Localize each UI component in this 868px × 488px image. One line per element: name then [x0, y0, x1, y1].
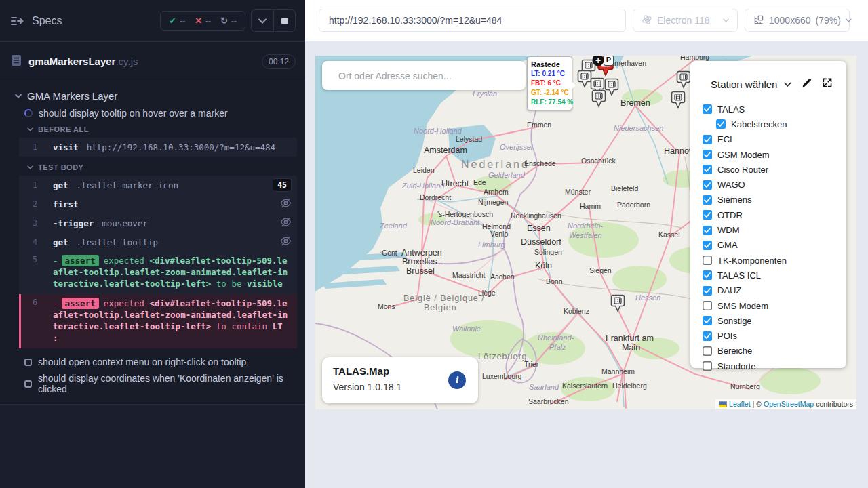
leaflet-tooltip[interactable]: Rastede LT: 0.21 °CFBT: 6 °CGT: -2.14 °C…	[527, 56, 572, 110]
suite-row[interactable]: GMA Markers Layer	[8, 87, 297, 105]
tooltip-values: LT: 0.21 °CFBT: 6 °CGT: -2.14 °CRLF: 77.…	[531, 69, 568, 107]
viewport-ruler-icon	[753, 14, 764, 27]
layer-checkbox-standorte[interactable]: Standorte	[703, 359, 846, 373]
electron-icon	[642, 14, 652, 27]
failed-icon: ✕	[195, 16, 202, 26]
layer-checkbox-cisco-router[interactable]: Cisco Router	[703, 162, 846, 177]
layer-checkbox-gsm-modem[interactable]: GSM Modem	[703, 147, 846, 162]
pending-test-row[interactable]: should open context menu on right-click …	[8, 354, 297, 370]
layer-checkbox-wago[interactable]: WAGO	[703, 177, 846, 192]
layer-label: Sonstige	[717, 316, 752, 326]
map-label: Bruxelles -	[402, 257, 442, 266]
checkbox-checked-icon[interactable]	[703, 150, 712, 159]
leaflet-link[interactable]: Leaflet	[729, 400, 751, 408]
checkbox-checked-icon[interactable]	[703, 104, 712, 114]
leaflet-map[interactable]: NederlandBelgië / Belgique /BelgienLëtze…	[315, 56, 856, 409]
layer-checkbox-talas[interactable]: TALAS	[703, 102, 846, 117]
pending-test-row[interactable]: should display coordinates when 'Koordin…	[8, 370, 297, 397]
layer-checkbox-siemens[interactable]: Siemens	[703, 192, 846, 207]
station-marker-icon[interactable]	[676, 70, 691, 92]
layer-checkbox-talas-icl[interactable]: TALAS ICL	[703, 268, 846, 283]
map-label: Zuid-Holland	[401, 182, 445, 190]
active-test-row[interactable]: should display tooltip on hover over a m…	[8, 105, 297, 121]
layer-checkbox-pois[interactable]: POIs	[703, 328, 846, 343]
map-label: Saarland	[529, 383, 559, 391]
layer-checkbox-dauz[interactable]: DAUZ	[703, 283, 846, 298]
tooltip-measurement: LT: 0.21 °C	[531, 69, 568, 79]
test-body-header[interactable]: TEST BODY	[8, 159, 297, 174]
checkbox-checked-icon[interactable]	[703, 165, 712, 174]
checkbox-checked-icon[interactable]	[703, 241, 712, 250]
browser-selector[interactable]: Electron 118	[633, 9, 738, 32]
layer-checkbox-wdm[interactable]: WDM	[703, 222, 846, 237]
station-marker-icon[interactable]	[671, 91, 686, 112]
checkbox-checked-icon[interactable]	[703, 180, 712, 190]
chevron-down-icon[interactable]	[784, 82, 791, 87]
layer-label: TK-Komponenten	[717, 256, 787, 266]
layer-checkbox-gma[interactable]: GMA	[703, 238, 846, 253]
layer-checkbox-bereiche[interactable]: Bereiche	[703, 344, 846, 359]
layer-checkbox-tk-komponenten[interactable]: TK-Komponenten	[703, 253, 846, 268]
info-icon[interactable]: i	[448, 371, 466, 389]
aut-toolbar: Electron 118 1000x660 (79%)	[305, 0, 868, 41]
map-label: Maastricht	[452, 271, 486, 279]
map-label: Fryslân	[473, 89, 497, 98]
collapse-all-button[interactable]	[251, 9, 273, 32]
checkbox-checked-icon[interactable]	[703, 210, 712, 220]
station-marker-icon[interactable]	[604, 78, 619, 99]
checkbox-checked-icon[interactable]	[703, 195, 712, 205]
map-label: Liège	[478, 289, 496, 297]
checkbox-checked-icon[interactable]	[703, 270, 712, 280]
checkbox-unchecked-icon[interactable]	[703, 301, 712, 310]
map-label: Arnhem	[484, 188, 509, 196]
layer-checkbox-kabelstrecken[interactable]: Kabelstrecken	[716, 117, 846, 131]
map-label: Luxembourg	[482, 372, 522, 380]
edit-pencil-icon[interactable]	[802, 77, 812, 91]
osm-link[interactable]: OpenStreetMap	[764, 400, 814, 408]
command-row[interactable]: 2first	[19, 195, 297, 214]
tooltip-title: Rastede	[531, 60, 568, 69]
station-marker-icon[interactable]	[591, 89, 606, 110]
checkbox-unchecked-icon[interactable]	[703, 256, 712, 265]
map-label: Kaiserslautern	[562, 382, 608, 390]
before-all-header[interactable]: BEFORE ALL	[8, 121, 297, 136]
map-label: Kassel	[658, 230, 680, 239]
checkbox-checked-icon[interactable]	[716, 119, 726, 129]
stop-button[interactable]	[273, 9, 296, 32]
command-row[interactable]: 5-assertexpected <div#leaflet-tooltip-50…	[19, 251, 297, 294]
station-marker-icon[interactable]	[610, 294, 625, 315]
map-label: Gent	[382, 249, 397, 257]
checkbox-unchecked-icon[interactable]	[703, 361, 712, 371]
command-row[interactable]: 1visithttp://192.168.10.33:3000/?m=12&u=…	[19, 138, 297, 157]
layer-checkbox-eci[interactable]: ECI	[703, 132, 846, 147]
command-row[interactable]: 6-assertexpected <div#leaflet-tooltip-50…	[19, 294, 297, 348]
checkbox-checked-icon[interactable]	[703, 135, 712, 144]
spec-file-row[interactable]: gmaMarkersLayer.cy.js 00:12	[0, 42, 305, 81]
map-label: Osnabrück	[581, 157, 616, 165]
checkbox-checked-icon[interactable]	[703, 286, 712, 296]
url-input[interactable]	[319, 9, 626, 32]
viewport-selector[interactable]: 1000x660 (79%)	[745, 9, 850, 32]
checkbox-unchecked-icon[interactable]	[703, 346, 712, 356]
command-row[interactable]: 1get.leaflet-marker-icon45	[19, 176, 297, 195]
checkbox-checked-icon[interactable]	[703, 331, 712, 341]
station-select-label[interactable]: Station wählen	[711, 79, 777, 90]
map-label: Frankfurt am	[606, 333, 654, 343]
layer-checkbox-sms-modem[interactable]: SMS Modem	[703, 298, 846, 313]
map-label: Wallonie	[452, 325, 481, 333]
search-input[interactable]	[322, 70, 526, 81]
layer-label: GSM Modem	[717, 150, 770, 160]
layer-label: Kabelstrecken	[731, 119, 787, 129]
layer-checkbox-otdr[interactable]: OTDR	[703, 207, 846, 222]
specs-menu-icon[interactable]	[11, 16, 24, 26]
command-row[interactable]: 3-triggermouseover	[19, 214, 297, 232]
parking-icon[interactable]: P	[604, 56, 614, 66]
map-label: Noord-Brabant	[431, 218, 480, 226]
test-stats: ✓-- ✕-- ↻--	[160, 11, 245, 30]
checkbox-checked-icon[interactable]	[703, 316, 712, 325]
checkbox-checked-icon[interactable]	[703, 226, 712, 235]
layer-checkbox-sonstige[interactable]: Sonstige	[703, 313, 846, 328]
command-row[interactable]: 4get.leaflet-tooltip	[19, 232, 297, 251]
fullscreen-expand-icon[interactable]	[822, 77, 833, 91]
tooltip-measurement: FBT: 6 °C	[531, 79, 568, 88]
